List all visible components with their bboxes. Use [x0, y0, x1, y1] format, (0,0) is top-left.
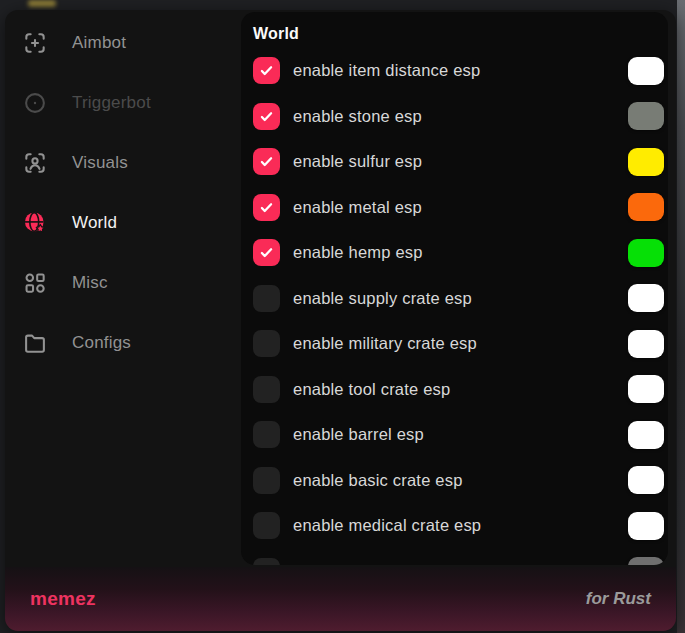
- option-row: enable stone esp: [253, 94, 668, 140]
- sidebar-menu: Aimbot Triggerbot Visuals World Misc Con…: [5, 10, 241, 373]
- option-row: enable basic crate esp: [253, 458, 668, 504]
- color-swatch[interactable]: [628, 284, 664, 312]
- options-list: enable item distance esp enable stone es…: [253, 48, 668, 565]
- cheat-menu-window: Aimbot Triggerbot Visuals World Misc Con…: [5, 10, 676, 631]
- option-checkbox[interactable]: [253, 57, 280, 84]
- color-swatch[interactable]: [628, 466, 664, 494]
- option-label: enable basic crate esp: [293, 471, 463, 490]
- color-swatch[interactable]: [628, 512, 664, 540]
- background-edge: [677, 0, 685, 633]
- brand-name: memez: [30, 588, 96, 610]
- option-checkbox[interactable]: [253, 330, 280, 357]
- option-checkbox[interactable]: [253, 194, 280, 221]
- sidebar-item-label: Configs: [72, 333, 131, 353]
- option-checkbox[interactable]: [253, 103, 280, 130]
- sidebar-item-configs[interactable]: Configs: [5, 313, 241, 373]
- sidebar-item-world[interactable]: World: [5, 193, 241, 253]
- option-row: enable military crate esp: [253, 321, 668, 367]
- option-checkbox[interactable]: [253, 285, 280, 312]
- sidebar-item-label: Misc: [72, 273, 108, 293]
- option-checkbox[interactable]: [253, 148, 280, 175]
- circle-dot-icon: [22, 90, 48, 116]
- color-swatch[interactable]: [628, 239, 664, 267]
- option-checkbox[interactable]: [253, 558, 280, 565]
- folder-icon: [22, 330, 48, 356]
- color-swatch[interactable]: [628, 421, 664, 449]
- grid-icon: [22, 270, 48, 296]
- sidebar-item-triggerbot[interactable]: Triggerbot: [5, 73, 241, 133]
- sidebar-item-visuals[interactable]: Visuals: [5, 133, 241, 193]
- world-settings-panel: World enable item distance esp enable st…: [241, 12, 668, 565]
- option-checkbox[interactable]: [253, 376, 280, 403]
- person-scan-icon: [22, 150, 48, 176]
- color-swatch[interactable]: [628, 330, 664, 358]
- option-label: enable military crate esp: [293, 334, 477, 353]
- option-label: enable sulfur esp: [293, 152, 422, 171]
- option-row: enable sulfur esp: [253, 139, 668, 185]
- page-title: World: [253, 23, 668, 45]
- color-swatch[interactable]: [628, 375, 664, 403]
- color-swatch[interactable]: [628, 557, 664, 565]
- footer-bar: memez for Rust: [5, 567, 676, 631]
- option-row: [253, 549, 668, 566]
- option-checkbox[interactable]: [253, 467, 280, 494]
- option-row: enable item distance esp: [253, 48, 668, 94]
- option-checkbox[interactable]: [253, 421, 280, 448]
- option-checkbox[interactable]: [253, 512, 280, 539]
- color-swatch[interactable]: [628, 57, 664, 85]
- globe-icon: [22, 210, 48, 236]
- option-row: enable tool crate esp: [253, 367, 668, 413]
- option-checkbox[interactable]: [253, 239, 280, 266]
- color-swatch[interactable]: [628, 148, 664, 176]
- option-label: enable supply crate esp: [293, 289, 472, 308]
- option-row: enable hemp esp: [253, 230, 668, 276]
- sidebar-item-aimbot[interactable]: Aimbot: [5, 13, 241, 73]
- crosshair-icon: [22, 30, 48, 56]
- option-row: enable barrel esp: [253, 412, 668, 458]
- option-row: enable metal esp: [253, 185, 668, 231]
- option-label: enable barrel esp: [293, 425, 424, 444]
- option-label: enable stone esp: [293, 107, 422, 126]
- sidebar-item-label: World: [72, 213, 117, 233]
- option-label: enable metal esp: [293, 198, 422, 217]
- sidebar-item-label: Visuals: [72, 153, 128, 173]
- sidebar-item-label: Triggerbot: [72, 93, 151, 113]
- option-label: enable hemp esp: [293, 243, 423, 262]
- sidebar-item-misc[interactable]: Misc: [5, 253, 241, 313]
- color-swatch[interactable]: [628, 102, 664, 130]
- option-row: enable medical crate esp: [253, 503, 668, 549]
- option-label: enable medical crate esp: [293, 516, 481, 535]
- sidebar-item-label: Aimbot: [72, 33, 126, 53]
- background-smudge: [28, 0, 56, 7]
- brand-tagline: for Rust: [586, 589, 651, 609]
- option-row: enable supply crate esp: [253, 276, 668, 322]
- option-label: enable tool crate esp: [293, 380, 450, 399]
- color-swatch[interactable]: [628, 193, 664, 221]
- option-label: enable item distance esp: [293, 61, 480, 80]
